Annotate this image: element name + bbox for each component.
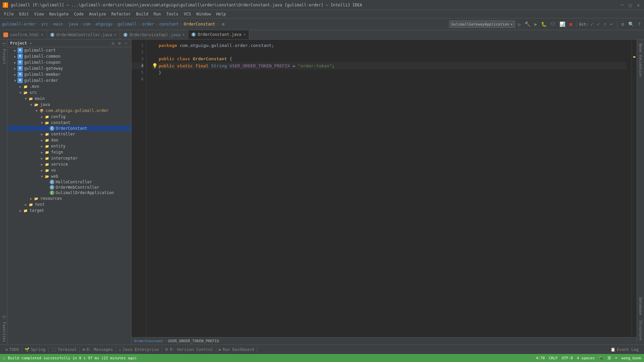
navigate-back-icon[interactable]: ⊕ [220,21,226,27]
tree-arrow-service[interactable]: ▶ [40,163,44,166]
tab-order-web-controller-close[interactable]: ✕ [114,33,117,37]
project-settings-icon[interactable]: ⚙ [117,41,122,46]
maximize-button[interactable]: □ [627,2,633,8]
tree-item-constant[interactable]: ▼ 📂 constant [7,120,131,126]
tree-arrow-target[interactable]: ▶ [18,209,23,213]
minimize-button[interactable]: ─ [619,2,625,8]
tree-arrow-interceptor[interactable]: ▶ [40,157,44,160]
tree-arrow-test[interactable]: ▶ [23,203,28,206]
menu-file[interactable]: File [1,11,16,17]
menu-code[interactable]: Code [71,11,87,17]
tree-item-dao[interactable]: ▶ 📁 dao [7,137,131,143]
tree-arrow-gateway[interactable]: ▶ [13,67,17,70]
coverage-icon[interactable]: 🛡 [549,21,557,27]
tab-confirm-html-close[interactable]: ✕ [41,33,44,37]
tree-arrow-member[interactable]: ▶ [13,73,17,76]
status-position[interactable]: 4:70 [536,356,545,360]
tree-item-gulimall-member[interactable]: ▶ M gulimall-member [7,71,131,77]
menu-navigate[interactable]: Navigate [47,11,71,17]
tree-arrow-coupon[interactable]: ▶ [13,61,17,64]
breadcrumb-gulimall[interactable]: gulimall [117,22,137,26]
breadcrumb-orderconstant[interactable]: OrderConstant [184,22,215,26]
run-icon[interactable]: ▶ [533,21,538,27]
git-revert-icon[interactable]: ↶ [609,21,614,27]
bottom-tab-spring[interactable]: 🌱 Spring [22,347,48,353]
tab-order-service-impl-close[interactable]: ✕ [182,33,185,37]
search-everywhere-icon[interactable]: 🔍 [627,21,635,27]
tree-arrow-package[interactable]: ▼ [34,109,39,113]
bottom-tab-terminal[interactable]: ⬛ Terminal [49,347,80,353]
tree-item-mvn[interactable]: ▶ 📁 .mvn [7,83,131,89]
tree-arrow-vo[interactable]: ▶ [40,169,44,172]
status-encoding[interactable]: UTF-8 [562,356,573,360]
tree-item-gulimall-common[interactable]: ▶ M gulimall-common [7,53,131,59]
tree-arrow-java[interactable]: ▼ [29,103,34,107]
help-icon[interactable]: ? [637,21,642,27]
tab-confirm-html[interactable]: confirm.html ✕ [0,30,47,39]
menu-refactor[interactable]: Refactor [109,11,133,17]
nav-path-orderconstant[interactable]: OrderConstant [134,339,163,343]
menu-edit[interactable]: Edit [16,11,32,17]
bottom-tab-todo[interactable]: ≡ TODO [3,347,22,353]
tab-order-constant-close[interactable]: ✕ [244,32,246,37]
tree-item-java[interactable]: ▼ 📂 java [7,102,131,108]
breadcrumb-com[interactable]: com [83,22,91,26]
right-tab-database[interactable]: Database [638,295,643,318]
tree-arrow-entity[interactable]: ▶ [40,144,44,148]
tree-item-package[interactable]: ▼ 📦 com.atguigu.gulimall.order [7,108,131,114]
menu-vcs[interactable]: VCS [181,11,194,17]
project-dropdown-icon[interactable]: ▾ [30,41,32,46]
right-tab-bean-validation[interactable]: Bean Validation [638,41,643,79]
nav-path-constant-field[interactable]: USER_ORDER_TOKEN_PREFIX [168,339,219,343]
status-language[interactable]: 英 [607,356,611,361]
panel-2-favorites[interactable]: 2: Favorites [0,313,7,345]
breadcrumb-main[interactable]: main [53,22,63,26]
git-push-icon[interactable]: ↑ [602,21,607,27]
tree-item-gulimall-gateway[interactable]: ▶ M gulimall-gateway [7,65,131,71]
breadcrumb-gulimall-order[interactable]: gulimall-order [2,22,36,26]
code-editor[interactable]: package com.atguigu.gulimall.order.const… [147,40,632,337]
tab-order-web-controller[interactable]: C OrderWebController.java ✕ [47,30,120,39]
tree-item-order-web-controller[interactable]: ▶ C OrderWebController [7,185,131,190]
breadcrumb-constant[interactable]: constant [159,22,179,26]
debug-icon[interactable]: 🐛 [540,21,548,27]
menu-build[interactable]: Build [133,11,151,17]
tree-item-orderconstant[interactable]: ▶ C OrderConstant [7,126,131,131]
profile-icon[interactable]: 📊 [558,21,567,27]
menu-analyze[interactable]: Analyze [86,11,109,17]
run-config-dropdown-icon[interactable]: ▾ [511,22,513,26]
tree-arrow-cart[interactable]: ▶ [13,49,17,52]
breadcrumb-order[interactable]: order [142,22,154,26]
project-collapse-icon[interactable]: — [123,41,128,46]
run-config-selector[interactable]: GulimallGatewayApplication ▾ [449,20,515,28]
build-icon[interactable]: 🔨 [523,21,532,27]
reload-icon[interactable]: ↻ [517,21,522,27]
git-commit-icon[interactable]: ✓ [596,21,601,27]
tree-item-test[interactable]: ▶ 📁 test [7,201,131,207]
tree-item-feign[interactable]: ▶ 📁 feign [7,149,131,155]
tree-item-service[interactable]: ▶ 📁 service [7,161,131,167]
tree-item-main[interactable]: ▼ 📂 main [7,96,131,102]
tree-arrow-order[interactable]: ▼ [13,79,17,82]
tree-item-web[interactable]: ▼ 📂 web [7,173,131,179]
tree-item-interceptor[interactable]: ▶ 📁 interceptor [7,155,131,161]
breadcrumb-java[interactable]: java [68,22,78,26]
menu-help[interactable]: Help [214,11,229,17]
menu-window[interactable]: Window [194,11,213,17]
tree-item-vo[interactable]: ▶ 📁 vo [7,167,131,173]
project-locate-icon[interactable]: ◎ [110,41,115,46]
menu-tools[interactable]: Tools [164,11,181,17]
right-tab-structure[interactable]: Structure [638,318,643,343]
bottom-tab-version-control[interactable]: ⑨ 9: Version Control [162,347,216,353]
bottom-tab-event-log[interactable]: 📋 Event Log [608,347,641,353]
tree-item-resources[interactable]: ▶ 📂 resources [7,195,131,201]
status-line-sep[interactable]: CRLF [549,356,558,360]
close-button[interactable]: ✕ [635,2,641,8]
tree-item-gulimall-order-app[interactable]: ▶ C GulimallOrderApplication [7,190,131,195]
tree-item-hello-controller[interactable]: ▶ C HelloController [7,179,131,185]
menu-run[interactable]: Run [151,11,164,17]
tree-item-gulimall-coupon[interactable]: ▶ M gulimall-coupon [7,59,131,65]
tab-order-service-impl[interactable]: C OrderServiceImpl.java ✕ [120,30,188,39]
tree-arrow-mvn[interactable]: ▶ [18,85,23,88]
tree-arrow-resources[interactable]: ▶ [29,197,34,200]
